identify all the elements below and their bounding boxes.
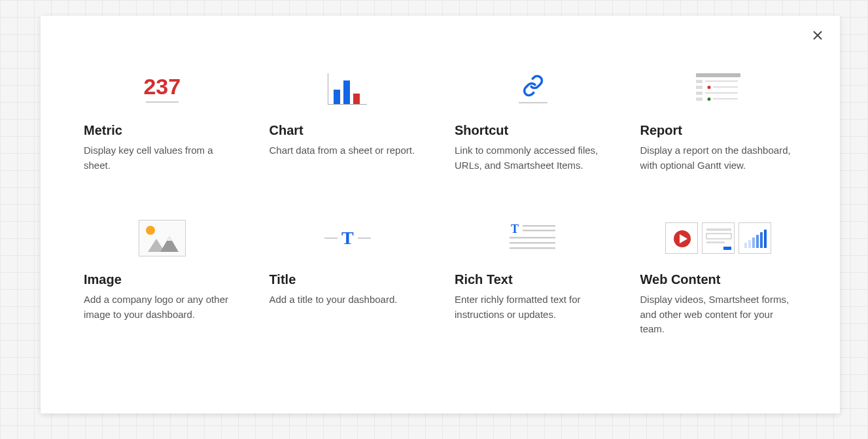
widget-card-shortcut[interactable]: Shortcut Link to commonly accessed files… xyxy=(451,63,616,173)
widget-description: Enter richly formatted text for instruct… xyxy=(455,292,612,322)
webcontent-icon xyxy=(640,212,797,264)
shortcut-icon xyxy=(455,63,612,115)
widget-description: Display key cell values from a sheet. xyxy=(84,143,241,173)
svg-point-6 xyxy=(708,86,711,89)
svg-rect-26 xyxy=(706,241,725,243)
widget-title: Report xyxy=(640,123,797,138)
svg-rect-20 xyxy=(510,242,555,244)
widget-title: Web Content xyxy=(640,272,797,287)
widget-card-image[interactable]: Image Add a company logo or any other im… xyxy=(80,212,245,337)
widget-description: Display videos, Smartsheet forms, and ot… xyxy=(640,292,797,337)
widget-title: Image xyxy=(84,272,241,287)
svg-marker-15 xyxy=(167,236,172,241)
text-lines-icon: T xyxy=(510,224,557,253)
svg-rect-24 xyxy=(706,228,731,231)
report-icon xyxy=(640,63,797,115)
title-icon: T xyxy=(269,212,426,264)
metric-sample-number: 237 xyxy=(143,75,181,97)
widget-description: Chart data from a sheet or report. xyxy=(269,143,426,158)
widget-description: Link to commonly accessed files, URLs, a… xyxy=(455,143,612,173)
svg-rect-2 xyxy=(696,73,740,77)
svg-rect-28 xyxy=(744,243,747,248)
widget-card-title[interactable]: T Title Add a title to your dashboard. xyxy=(266,212,430,337)
widget-description: Add a title to your dashboard. xyxy=(269,292,426,307)
svg-rect-3 xyxy=(696,80,703,83)
widget-card-webcontent[interactable]: Web Content Display videos, Smartsheet f… xyxy=(636,212,801,337)
form-thumb-icon xyxy=(702,222,735,254)
chart-thumb-icon xyxy=(738,222,771,254)
svg-rect-33 xyxy=(764,230,767,248)
svg-point-11 xyxy=(708,97,711,101)
widget-card-richtext[interactable]: T Rich Text Enter richly formatted text … xyxy=(451,212,616,337)
svg-rect-25 xyxy=(706,234,731,239)
chart-icon xyxy=(269,63,426,115)
svg-rect-29 xyxy=(748,240,751,248)
svg-rect-4 xyxy=(705,80,738,82)
widget-title: Title xyxy=(269,272,426,287)
close-icon xyxy=(812,30,823,41)
widget-title: Chart xyxy=(269,123,426,138)
svg-rect-17 xyxy=(523,225,555,227)
svg-rect-5 xyxy=(696,86,703,89)
widget-description: Display a report on the dashboard, with … xyxy=(640,143,797,173)
video-thumb-icon xyxy=(665,222,698,254)
svg-text:T: T xyxy=(511,224,519,236)
table-icon xyxy=(696,73,740,105)
widget-title: Rich Text xyxy=(455,272,612,287)
widget-picker-modal: 237 Metric Display key cell values from … xyxy=(41,16,840,413)
widget-card-chart[interactable]: Chart Chart data from a sheet or report. xyxy=(266,63,430,173)
widget-card-report[interactable]: Report Display a report on the dashboard… xyxy=(636,63,801,173)
svg-rect-10 xyxy=(696,97,703,101)
widget-card-metric[interactable]: 237 Metric Display key cell values from … xyxy=(80,63,245,173)
svg-rect-7 xyxy=(713,86,738,88)
svg-rect-18 xyxy=(523,230,555,232)
metric-icon: 237 xyxy=(84,63,241,115)
image-icon xyxy=(84,212,241,264)
svg-rect-9 xyxy=(705,92,738,94)
svg-rect-30 xyxy=(752,237,755,248)
svg-rect-27 xyxy=(723,247,731,250)
richtext-icon: T xyxy=(455,212,612,264)
close-button[interactable] xyxy=(810,27,825,43)
svg-rect-8 xyxy=(696,92,703,95)
widget-title: Metric xyxy=(84,123,241,138)
svg-rect-12 xyxy=(713,98,738,99)
link-icon xyxy=(522,75,544,97)
svg-rect-19 xyxy=(510,237,555,239)
widget-description: Add a company logo or any other image to… xyxy=(84,292,241,322)
svg-rect-32 xyxy=(760,232,763,248)
svg-rect-21 xyxy=(510,247,555,249)
widget-title: Shortcut xyxy=(455,123,612,138)
svg-rect-31 xyxy=(756,235,759,248)
widget-grid: 237 Metric Display key cell values from … xyxy=(41,16,840,363)
